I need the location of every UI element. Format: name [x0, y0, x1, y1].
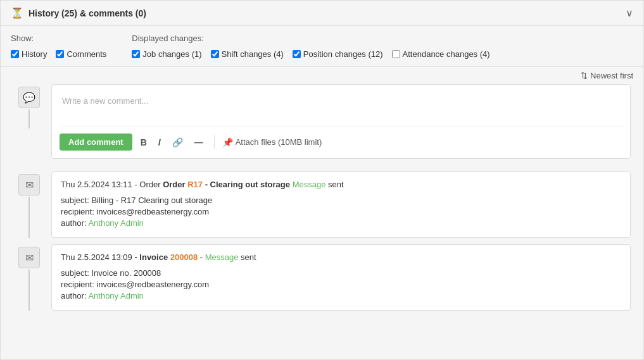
entry1-author-label: author: — [61, 218, 86, 228]
entry1-detail-recipient: recipient: invoices@redbeastenergy.com — [61, 207, 621, 216]
entry2-action-prefix: - — [198, 252, 205, 262]
checkbox-attendance-changes-input[interactable] — [392, 50, 400, 58]
displayed-changes-label: Displayed changes: — [132, 34, 489, 43]
comment-row: 💬 Write a new comment... Add comment B I… — [7, 84, 637, 159]
checkbox-history[interactable]: History — [11, 49, 47, 59]
entry2-timeline-icon: ✉ — [18, 247, 40, 268]
entry2-detail-author: author: Anthony Admin — [61, 291, 621, 301]
entry2-timeline-line — [28, 270, 30, 311]
show-label: Show: — [11, 34, 106, 43]
entry2-action-suffix: sent — [238, 252, 256, 262]
main-content: 💬 Write a new comment... Add comment B I… — [1, 84, 643, 171]
history-entry-1: Thu 2.5.2024 13:11 - Order Order R17 - C… — [51, 171, 631, 238]
checkbox-job-changes-label: Job changes (1) — [142, 49, 201, 59]
checkbox-job-changes[interactable]: Job changes (1) — [132, 49, 201, 59]
show-checkboxes: History Comments — [11, 49, 106, 59]
sort-label: Newest first — [590, 71, 633, 80]
comment-icon: 💬 — [23, 92, 35, 104]
checkbox-shift-changes-label: Shift changes (4) — [222, 49, 284, 59]
bold-button[interactable]: B — [137, 136, 150, 149]
entry2-header: Thu 2.5.2024 13:09 - Invoice 200008 - Me… — [61, 252, 621, 262]
entry1-row: ✉ Thu 2.5.2024 13:11 - Order Order R17 -… — [1, 171, 643, 244]
strikethrough-button[interactable]: ― — [191, 136, 206, 149]
entry2-action-label[interactable]: Message — [205, 252, 239, 262]
checkbox-history-label: History — [22, 49, 47, 59]
entry2-author-label: author: — [61, 291, 86, 301]
sort-button[interactable]: ⇅ Newest first — [581, 71, 633, 80]
italic-icon: I — [158, 137, 161, 147]
entry1-order-label: Order — [163, 180, 187, 189]
checkbox-comments[interactable]: Comments — [56, 49, 106, 59]
entry2-timeline-col: ✉ — [7, 244, 51, 311]
changes-checkboxes: Job changes (1) Shift changes (4) Positi… — [132, 49, 489, 59]
entry2-detail-subject: subject: Invoice no. 200008 — [61, 268, 621, 278]
panel-title: History (25) & comments (0) — [28, 8, 146, 18]
checkbox-history-input[interactable] — [11, 50, 19, 58]
entry2-author-value[interactable]: Anthony Admin — [88, 291, 143, 301]
sort-icon: ⇅ — [581, 71, 588, 80]
sort-bar: ⇅ Newest first — [1, 67, 643, 84]
comment-timeline-icon: 💬 — [18, 87, 40, 108]
email-icon-2: ✉ — [25, 252, 34, 264]
collapse-icon[interactable]: ∨ — [626, 7, 633, 19]
entry1-action-suffix: sent — [325, 180, 343, 189]
comment-box: Write a new comment... Add comment B I 🔗… — [51, 84, 631, 159]
checkbox-comments-input[interactable] — [56, 50, 64, 58]
comment-timeline-col: 💬 — [7, 84, 51, 128]
attach-files-text: Attach files (10MB limit) — [236, 137, 322, 147]
entry1-detail-subject: subject: Billing - R17 Clearing out stor… — [61, 196, 621, 205]
entry1-author-value[interactable]: Anthony Admin — [88, 218, 143, 228]
entry1-prefix: - Order — [134, 180, 163, 189]
paperclip-icon: 📌 — [222, 137, 233, 147]
entry1-order-ref[interactable]: R17 — [187, 180, 203, 189]
attach-files-label[interactable]: 📌 Attach files (10MB limit) — [222, 137, 322, 147]
entry1-order-suffix: - Clearing out storage — [203, 180, 290, 189]
entry1-timeline-col: ✉ — [7, 171, 51, 238]
filter-bar: Show: History Comments Displayed changes… — [1, 26, 643, 67]
link-button[interactable]: 🔗 — [169, 136, 186, 149]
entry1-header: Thu 2.5.2024 13:11 - Order Order R17 - C… — [61, 180, 621, 189]
show-filter-group: Show: History Comments — [11, 34, 106, 59]
entry1-timeline-line — [28, 197, 30, 238]
changes-filter-group: Displayed changes: Job changes (1) Shift… — [132, 34, 489, 59]
entry1-action-label[interactable]: Message — [290, 180, 325, 189]
entry1-subject-value: Billing - R17 Clearing out storage — [91, 196, 212, 205]
checkbox-comments-label: Comments — [66, 49, 106, 59]
checkbox-attendance-changes[interactable]: Attendance changes (4) — [392, 49, 490, 59]
entry1-date: Thu 2.5.2024 13:11 — [61, 180, 132, 189]
entry2-col: Thu 2.5.2024 13:09 - Invoice 200008 - Me… — [51, 244, 637, 311]
toolbar-separator — [214, 135, 215, 149]
entry2-detail-recipient: recipient: invoices@redbeastenergy.com — [61, 280, 621, 289]
panel-title-group: ⏳ History (25) & comments (0) — [11, 7, 146, 19]
comment-placeholder[interactable]: Write a new comment... — [60, 92, 622, 124]
checkbox-shift-changes-input[interactable] — [211, 50, 219, 58]
checkbox-shift-changes[interactable]: Shift changes (4) — [211, 49, 284, 59]
entry2-subject-value: Invoice no. 200008 — [91, 268, 161, 278]
checkbox-attendance-changes-label: Attendance changes (4) — [403, 49, 490, 59]
entry1-subject-label: subject: — [61, 196, 89, 205]
entry2-label-bold: - Invoice — [134, 252, 170, 262]
add-comment-button[interactable]: Add comment — [60, 133, 132, 151]
entry1-recipient-value: invoices@redbeastenergy.com — [96, 207, 209, 216]
entry2-order-ref[interactable]: 200008 — [170, 252, 198, 262]
comment-toolbar: Add comment B I 🔗 ― 📌 Attach files (10MB… — [60, 127, 622, 151]
comment-entry-col: Write a new comment... Add comment B I 🔗… — [51, 84, 637, 159]
entry2-date: Thu 2.5.2024 13:09 — [61, 252, 132, 262]
bold-icon: B — [141, 137, 147, 147]
italic-button[interactable]: I — [155, 136, 164, 149]
checkbox-position-changes-input[interactable] — [293, 50, 301, 58]
comment-timeline-line — [28, 109, 30, 128]
checkbox-position-changes[interactable]: Position changes (12) — [293, 49, 383, 59]
entry2-row: ✉ Thu 2.5.2024 13:09 - Invoice 200008 - … — [1, 244, 643, 317]
entry1-detail-author: author: Anthony Admin — [61, 218, 621, 228]
history-entry-2: Thu 2.5.2024 13:09 - Invoice 200008 - Me… — [51, 244, 631, 311]
email-icon-1: ✉ — [25, 179, 34, 191]
entry2-subject-label: subject: — [61, 268, 89, 278]
checkbox-position-changes-label: Position changes (12) — [303, 49, 383, 59]
entry1-recipient-label: recipient: — [61, 207, 94, 216]
panel-header: ⏳ History (25) & comments (0) ∨ — [1, 1, 643, 26]
history-panel: ⏳ History (25) & comments (0) ∨ Show: Hi… — [0, 0, 644, 360]
clock-icon: ⏳ — [11, 7, 23, 19]
entry2-recipient-label: recipient: — [61, 280, 94, 289]
checkbox-job-changes-input[interactable] — [132, 50, 140, 58]
